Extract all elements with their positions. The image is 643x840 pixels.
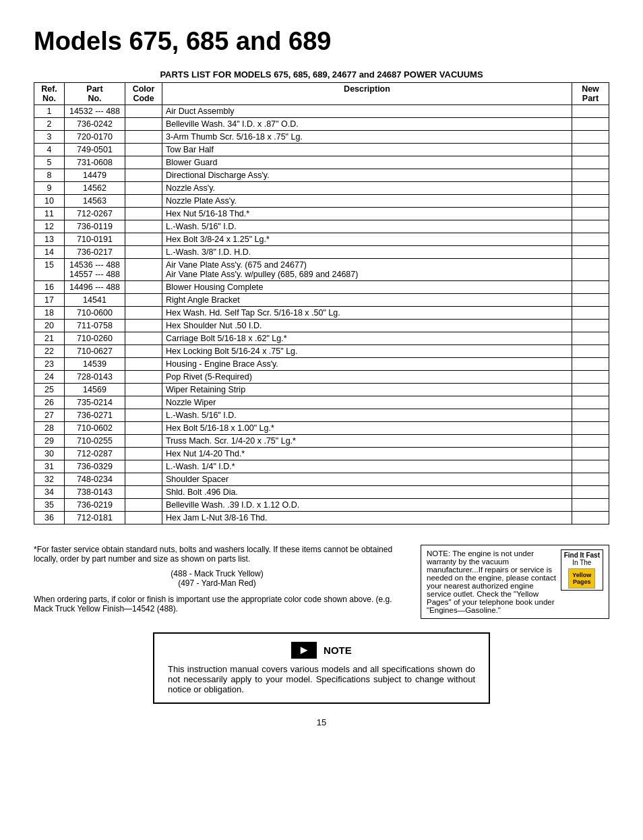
- part-cell: 710-0191: [65, 233, 125, 246]
- new-part-cell: [572, 460, 609, 473]
- table-row: 30712-0287Hex Nut 1/4-20 Thd.*: [34, 448, 609, 460]
- ordering-note: When ordering parts, if color or finish …: [34, 595, 400, 613]
- part-cell: 712-0181: [65, 512, 125, 524]
- table-row: 24728-0143Pop Rivet (5-Required): [34, 371, 609, 384]
- color-cell: [125, 396, 162, 409]
- table-row: 32748-0234Shoulder Spacer: [34, 473, 609, 486]
- new-part-cell: [572, 118, 609, 131]
- ref-cell: 34: [34, 486, 65, 499]
- yellow-pages-icon: Yellow Pages: [568, 568, 595, 589]
- part-cell: 736-0217: [65, 246, 125, 259]
- desc-cell: Blower Guard: [162, 156, 572, 169]
- new-part-cell: [572, 156, 609, 169]
- table-row: 22710-0627Hex Locking Bolt 5/16-24 x .75…: [34, 345, 609, 358]
- desc-cell: Hex Locking Bolt 5/16-24 x .75" Lg.: [162, 345, 572, 358]
- desc-cell: L.-Wash. 5/16" I.D.: [162, 220, 572, 233]
- ref-cell: 2: [34, 118, 65, 131]
- color-cell: [125, 156, 162, 169]
- table-row: 36712-0181Hex Jam L-Nut 3/8-16 Thd.: [34, 512, 609, 524]
- ref-cell: 25: [34, 384, 65, 396]
- part-cell: 736-0219: [65, 499, 125, 512]
- new-part-cell: [572, 512, 609, 524]
- ref-cell: 10: [34, 195, 65, 208]
- ref-cell: 18: [34, 307, 65, 320]
- part-cell: 14496 --- 488: [65, 281, 125, 294]
- desc-cell: Shld. Bolt .496 Dia.: [162, 486, 572, 499]
- table-row: 20711-0758Hex Shoulder Nut .50 I.D.: [34, 320, 609, 332]
- table-row: 21710-0260Carriage Bolt 5/16-18 x .62" L…: [34, 332, 609, 345]
- part-cell: 711-0758: [65, 320, 125, 332]
- new-part-cell: [572, 473, 609, 486]
- new-part-cell: [572, 358, 609, 371]
- desc-cell: Hex Bolt 5/16-18 x 1.00" Lg.*: [162, 422, 572, 435]
- part-cell: 14562: [65, 182, 125, 195]
- color-cell: [125, 246, 162, 259]
- part-cell: 749-0501: [65, 144, 125, 156]
- desc-cell: L.-Wash. 1/4" I.D.*: [162, 460, 572, 473]
- yellow-pages-label: Yellow Pages: [569, 572, 594, 585]
- ref-cell: 35: [34, 499, 65, 512]
- part-cell: 736-0242: [65, 118, 125, 131]
- desc-cell: Wiper Retaining Strip: [162, 384, 572, 396]
- color-cell: [125, 422, 162, 435]
- find-it-fast-sub1: In The: [572, 559, 591, 566]
- part-cell: 736-0329: [65, 460, 125, 473]
- part-cell: 710-0255: [65, 435, 125, 448]
- part-cell: 14563: [65, 195, 125, 208]
- color-codes: (488 - Mack Truck Yellow) (497 - Yard-Ma…: [34, 569, 400, 588]
- parts-table: Ref. No. Part No. Color Code Description…: [34, 82, 609, 524]
- desc-cell: Hex Bolt 3/8-24 x 1.25" Lg.*: [162, 233, 572, 246]
- desc-cell: Tow Bar Half: [162, 144, 572, 156]
- new-part-cell: [572, 169, 609, 182]
- desc-cell: Directional Discharge Ass'y.: [162, 169, 572, 182]
- part-cell: 710-0602: [65, 422, 125, 435]
- color-cell: [125, 233, 162, 246]
- new-part-cell: [572, 371, 609, 384]
- table-row: 5731-0608Blower Guard: [34, 156, 609, 169]
- find-it-fast-box: Find It Fast In The Yellow Pages: [561, 549, 603, 591]
- part-cell: 710-0260: [65, 332, 125, 345]
- new-part-cell: [572, 105, 609, 118]
- warranty-note-box: NOTE: The engine is not under warranty b…: [421, 545, 609, 619]
- new-part-cell: [572, 435, 609, 448]
- table-row: 27736-0271L.-Wash. 5/16" I.D.: [34, 409, 609, 422]
- part-cell: 14536 --- 488 14557 --- 488: [65, 259, 125, 281]
- ref-cell: 20: [34, 320, 65, 332]
- color-cell: [125, 307, 162, 320]
- part-cell: 14541: [65, 294, 125, 307]
- new-part-cell: [572, 409, 609, 422]
- new-part-cell: [572, 307, 609, 320]
- part-cell: 710-0627: [65, 345, 125, 358]
- desc-cell: L.-Wash. 5/16" I.D.: [162, 409, 572, 422]
- new-part-cell: [572, 182, 609, 195]
- header-part-no: Part No.: [65, 83, 125, 105]
- new-part-cell: [572, 246, 609, 259]
- ref-cell: 30: [34, 448, 65, 460]
- color-cell: [125, 473, 162, 486]
- table-row: 2314539Housing - Engine Brace Ass'y.: [34, 358, 609, 371]
- part-cell: 712-0267: [65, 208, 125, 220]
- ref-cell: 31: [34, 460, 65, 473]
- table-row: 3720-01703-Arm Thumb Scr. 5/16-18 x .75"…: [34, 131, 609, 144]
- color-cell: [125, 512, 162, 524]
- desc-cell: Truss Mach. Scr. 1/4-20 x .75" Lg.*: [162, 435, 572, 448]
- ref-cell: 8: [34, 169, 65, 182]
- new-part-cell: [572, 396, 609, 409]
- color-cell: [125, 182, 162, 195]
- new-part-cell: [572, 281, 609, 294]
- color-cell: [125, 131, 162, 144]
- new-part-cell: [572, 144, 609, 156]
- table-row: 26735-0214Nozzle Wiper: [34, 396, 609, 409]
- ref-cell: 26: [34, 396, 65, 409]
- color-cell: [125, 486, 162, 499]
- desc-cell: Blower Housing Complete: [162, 281, 572, 294]
- asterisk-note: *For faster service obtain standard nuts…: [34, 545, 400, 564]
- ref-cell: 12: [34, 220, 65, 233]
- new-part-cell: [572, 294, 609, 307]
- new-part-cell: [572, 499, 609, 512]
- ref-cell: 17: [34, 294, 65, 307]
- table-row: 11712-0267Hex Nut 5/16-18 Thd.*: [34, 208, 609, 220]
- part-cell: 735-0214: [65, 396, 125, 409]
- parts-list-title: PARTS LIST FOR MODELS 675, 685, 689, 246…: [34, 69, 609, 80]
- color-cell: [125, 371, 162, 384]
